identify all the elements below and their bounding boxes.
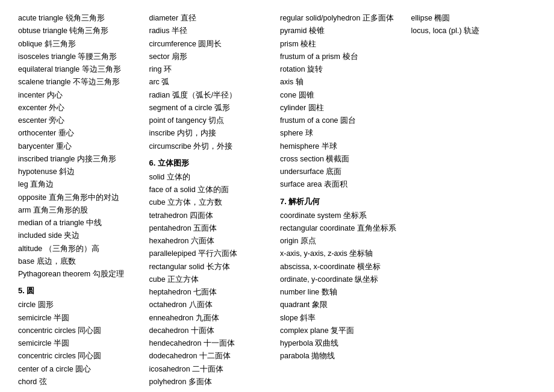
term-english: hexahedron xyxy=(149,237,191,245)
term-chinese: 坐标轴 xyxy=(349,249,373,258)
term-chinese: 内切，内接 xyxy=(177,129,216,137)
term-chinese: 棱台 xyxy=(343,52,358,61)
term-english: semicircle xyxy=(18,314,54,322)
term-chinese: 半圆 xyxy=(54,339,69,347)
term-item: parabola 抛物线 xyxy=(280,350,405,362)
term-english: radian xyxy=(149,91,172,99)
term-chinese: 立体的 xyxy=(167,173,190,181)
term-chinese: 外切，外接 xyxy=(193,142,232,151)
term-english: sphere xyxy=(280,129,305,137)
term-chinese: 弧 xyxy=(161,78,169,86)
term-item: tetrahedron 四面体 xyxy=(149,210,275,222)
term-english: obtuse triangle xyxy=(18,26,69,35)
term-english: hendecahedron xyxy=(149,339,204,347)
term-item: leg 直角边 xyxy=(18,178,143,191)
term-english: surface area xyxy=(280,180,324,188)
term-english: pyramid xyxy=(280,26,309,35)
term-item: radian 弧度（弧长/半径） xyxy=(149,89,275,102)
term-item: regular solid/polyhedron 正多面体 xyxy=(280,12,405,25)
term-chinese: 长方体 xyxy=(207,263,230,271)
term-chinese: 球 xyxy=(305,129,313,137)
term-chinese: 斜边 xyxy=(59,167,75,176)
term-item: cone 圆锥 xyxy=(280,89,405,102)
term-english: cone xyxy=(280,91,299,99)
term-english: undersurface xyxy=(280,167,326,176)
term-item: semicircle 半圆 xyxy=(18,312,143,325)
section-header: 5. 圆 xyxy=(18,284,143,297)
term-item: quadrant 象限 xyxy=(280,299,405,311)
term-item: center of a circle 圆心 xyxy=(18,363,143,376)
term-item: locus, loca (pl.) 轨迹 xyxy=(411,25,537,37)
term-chinese: 复平面 xyxy=(331,326,354,335)
term-chinese: 垂心 xyxy=(58,129,74,137)
term-chinese: 原点 xyxy=(300,237,316,245)
term-english: altitude xyxy=(18,244,45,253)
term-item: x-axis, y-axis, z-axis 坐标轴 xyxy=(280,247,405,260)
term-chinese: 同心圆 xyxy=(78,352,101,360)
term-english: base xyxy=(18,257,37,266)
term-item: hypotenuse 斜边 xyxy=(18,166,143,178)
term-english: included side xyxy=(18,231,64,240)
term-item: frustum of a prism 棱台 xyxy=(280,51,405,63)
term-chinese: 立方体，立方数 xyxy=(167,198,222,207)
term-english: dodecahedron xyxy=(149,352,199,360)
term-english: leg xyxy=(18,180,30,188)
term-chinese: 正多面体 xyxy=(363,14,394,22)
column-2: diameter 直径radius 半径circumference 圆周长sec… xyxy=(149,12,275,388)
term-chinese: 十面体 xyxy=(191,326,214,335)
term-chinese: 直角边 xyxy=(30,180,54,188)
term-item: concentric circles 同心圆 xyxy=(18,325,143,337)
term-chinese: 环 xyxy=(164,65,172,73)
term-item: inscribe 内切，内接 xyxy=(149,127,275,140)
term-item: hendecahedron 十一面体 xyxy=(149,337,275,350)
column-1: acute triangle 锐角三角形obtuse triangle 钝角三角… xyxy=(18,12,143,388)
term-english: median of a triangle xyxy=(18,219,86,227)
term-english: frustum of a cone xyxy=(280,116,340,125)
term-english: Pythagorean theorem xyxy=(18,270,93,278)
term-chinese: 勾股定理 xyxy=(93,270,124,278)
term-english: solid xyxy=(149,173,167,181)
term-item: arc 弧 xyxy=(149,76,275,89)
term-item: cube 立方体，立方数 xyxy=(149,196,275,209)
term-chinese: 圆形 xyxy=(38,300,54,309)
term-english: concentric circles xyxy=(18,352,78,360)
term-chinese: 切点 xyxy=(208,116,224,125)
column-3: regular solid/polyhedron 正多面体pyramid 棱锥p… xyxy=(280,12,405,388)
section-header: 6. 立体图形 xyxy=(149,157,275,170)
term-item: excenter 外心 xyxy=(18,102,143,114)
term-chinese: 中线 xyxy=(86,219,102,227)
term-item: icosahedron 二十面体 xyxy=(149,363,275,376)
term-chinese: 内心 xyxy=(47,91,63,99)
term-chinese: （三角形的）高 xyxy=(45,244,99,253)
term-chinese: 半球 xyxy=(322,142,337,151)
term-chinese: 轴 xyxy=(296,78,303,86)
term-chinese: 弧度（弧长/半径） xyxy=(172,91,237,99)
term-english: hypotenuse xyxy=(18,167,59,176)
term-chinese: 等腰三角形 xyxy=(78,52,117,61)
term-english: cylinder xyxy=(280,104,308,112)
term-english: cube xyxy=(149,275,168,284)
term-english: decahedron xyxy=(149,326,191,335)
term-english: oblique xyxy=(18,40,45,48)
term-english: quadrant xyxy=(280,300,312,309)
term-chinese: 六面体 xyxy=(191,237,214,245)
term-english: origin xyxy=(280,237,300,245)
term-chinese: 象限 xyxy=(312,300,328,309)
term-english: ellipse xyxy=(411,14,435,22)
term-item: rectangular solid 长方体 xyxy=(149,261,275,273)
term-chinese: 坐标系 xyxy=(343,211,367,220)
term-item: obtuse triangle 钝角三角形 xyxy=(18,25,143,37)
term-item: slope 斜率 xyxy=(280,312,405,325)
term-chinese: 弦 xyxy=(39,378,47,386)
term-english: rectangular coordinate xyxy=(280,224,357,232)
term-chinese: 抛物线 xyxy=(311,352,335,360)
term-english: number line xyxy=(280,288,322,296)
term-english: circumscribe xyxy=(149,142,194,151)
term-item: orthocenter 垂心 xyxy=(18,127,143,140)
term-english: heptahedron xyxy=(149,288,194,296)
term-item: median of a triangle 中线 xyxy=(18,217,143,229)
term-item: dodecahedron 十二面体 xyxy=(149,350,275,362)
term-chinese: 重心 xyxy=(56,142,72,151)
term-english: diameter xyxy=(149,14,181,22)
term-chinese: 纵坐标 xyxy=(355,275,378,284)
